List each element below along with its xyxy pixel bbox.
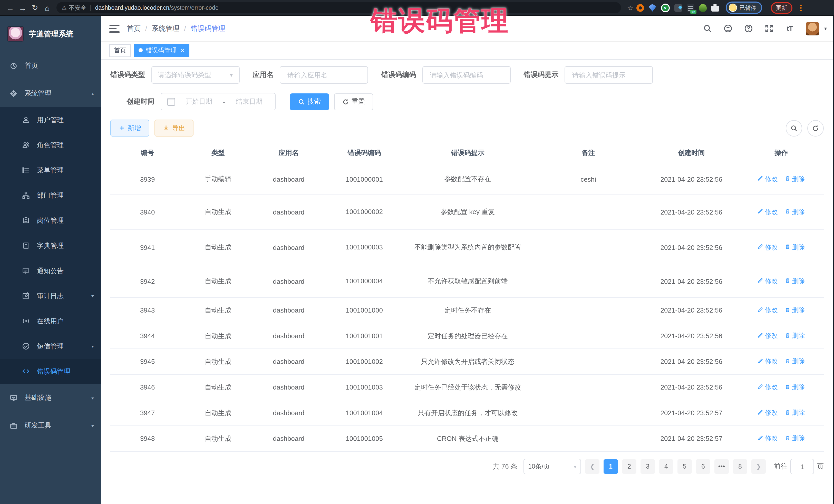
sidebar-item-2[interactable]: 用户管理 [0, 107, 101, 132]
sidebar-item-1[interactable]: 系统管理▴ [0, 80, 101, 107]
browser-forward-icon[interactable]: → [17, 2, 29, 14]
help-icon[interactable] [744, 24, 753, 33]
delete-link[interactable]: 删除 [785, 434, 805, 443]
error-hint-input[interactable] [571, 70, 646, 79]
browser-profile-button[interactable]: 已暂停 [725, 2, 762, 14]
breadcrumb-current: 错误码管理 [191, 24, 225, 33]
page-button-6[interactable]: 6 [696, 459, 710, 474]
edit-link[interactable]: 修改 [758, 332, 778, 340]
refresh-button[interactable] [807, 120, 824, 136]
browser-back-icon[interactable]: ← [4, 2, 17, 14]
browser-menu-icon[interactable] [800, 4, 802, 11]
sidebar-item-4[interactable]: 菜单管理 [0, 158, 101, 183]
more-pages-button[interactable]: ••• [715, 459, 729, 474]
sidebar-item-11[interactable]: 短信管理▾ [0, 334, 101, 359]
extension-green-check-icon[interactable]: v [661, 3, 670, 12]
sidebar-item-3[interactable]: 角色管理 [0, 132, 101, 158]
extension-switch-icon[interactable]: on [686, 4, 694, 12]
delete-link[interactable]: 删除 [785, 175, 805, 183]
cell-type: 自动生成 [184, 230, 251, 265]
sidebar-item-13[interactable]: 基础设施▾ [0, 384, 101, 412]
delete-link[interactable]: 删除 [785, 277, 805, 286]
edit-link[interactable]: 修改 [758, 207, 778, 216]
extension-key-icon[interactable] [699, 4, 706, 12]
breadcrumb-system[interactable]: 系统管理 [152, 24, 180, 33]
delete-link[interactable]: 删除 [785, 306, 805, 314]
delete-link[interactable]: 删除 [785, 332, 805, 340]
page-size-select[interactable]: 10条/页 ▾ [524, 459, 581, 474]
user-avatar[interactable] [806, 22, 819, 35]
delete-link[interactable]: 删除 [785, 207, 805, 216]
sidebar-item-0[interactable]: 首页 [0, 52, 101, 80]
tab-error-code[interactable]: 错误码管理 ✕ [134, 44, 190, 57]
page-button-5[interactable]: 5 [678, 459, 692, 474]
date-range-picker[interactable]: 开始日期 - 结束日期 [161, 93, 276, 110]
delete-link[interactable]: 删除 [785, 243, 805, 252]
delete-icon [785, 244, 790, 251]
cell-app: dashboard [251, 400, 326, 426]
chevron-down-icon[interactable]: ▾ [824, 26, 827, 31]
add-button[interactable]: 新增 [110, 119, 149, 136]
sidebar-item-10[interactable]: 在线用户 [0, 308, 101, 334]
cell-remark [533, 400, 644, 426]
not-secure-warning-icon: ⚠ [62, 4, 67, 11]
edit-link[interactable]: 修改 [758, 357, 778, 366]
page-button-2[interactable]: 2 [622, 459, 636, 474]
font-size-icon[interactable]: tT [785, 24, 794, 33]
edit-link[interactable]: 修改 [758, 409, 778, 417]
edit-link[interactable]: 修改 [758, 306, 778, 314]
delete-link[interactable]: 删除 [785, 409, 805, 417]
delete-link[interactable]: 删除 [785, 357, 805, 366]
sidebar-item-label: 菜单管理 [37, 166, 94, 175]
edit-link[interactable]: 修改 [758, 277, 778, 286]
cell-id: 3942 [110, 265, 184, 298]
bookmark-star-icon[interactable]: ☆ [627, 4, 633, 12]
address-bar[interactable]: ⚠ 不安全 dashboard.yudao.iocoder.cn/system/… [57, 2, 621, 13]
collapse-sidebar-icon[interactable] [109, 24, 119, 32]
delete-link[interactable]: 删除 [785, 383, 805, 392]
sidebar-logo[interactable]: 芋道管理系统 [0, 16, 101, 52]
browser-update-button[interactable]: 更新 [771, 2, 792, 14]
search-button[interactable]: 搜索 [290, 93, 329, 110]
show-search-toggle-button[interactable] [786, 120, 802, 136]
page-button-1[interactable]: 1 [603, 459, 618, 474]
browser-reload-icon[interactable]: ↻ [29, 2, 41, 14]
browser-home-icon[interactable]: ⌂ [41, 2, 53, 14]
sidebar-item-6[interactable]: 岗位管理 [0, 208, 101, 233]
extension-gem-icon[interactable] [649, 4, 656, 12]
reset-button[interactable]: 重置 [334, 93, 373, 110]
edit-link[interactable]: 修改 [758, 175, 778, 183]
prev-page-button[interactable]: ❮ [585, 459, 599, 474]
edit-link[interactable]: 修改 [758, 434, 778, 443]
page-button-3[interactable]: 3 [640, 459, 655, 474]
extension-grid-icon[interactable] [674, 4, 682, 12]
search-icon[interactable] [703, 24, 712, 33]
extension-orange-icon[interactable] [636, 4, 644, 12]
cell-hint: 参数配置不存在 [403, 164, 533, 194]
next-page-button[interactable]: ❯ [751, 459, 766, 474]
page-button-8[interactable]: 8 [733, 459, 747, 474]
sidebar-item-12[interactable]: 错误码管理 [0, 359, 101, 384]
edit-link[interactable]: 修改 [758, 243, 778, 252]
breadcrumb-home[interactable]: 首页 [127, 24, 140, 33]
sidebar-item-14[interactable]: 研发工具▾ [0, 412, 101, 439]
table-row: 3947 自动生成 dashboard 1001001004 只有开启状态的任务… [110, 400, 824, 426]
extensions-puzzle-icon[interactable] [711, 4, 719, 12]
sidebar-item-9[interactable]: 审计日志▾ [0, 283, 101, 308]
tab-home[interactable]: 首页 [109, 44, 131, 57]
page-button-4[interactable]: 4 [659, 459, 673, 474]
fullscreen-icon[interactable] [765, 24, 774, 33]
sidebar-item-5[interactable]: 部门管理 [0, 183, 101, 208]
edit-link[interactable]: 修改 [758, 383, 778, 392]
error-code-input[interactable] [429, 70, 504, 79]
post-badge-icon [22, 216, 30, 224]
app-name-input[interactable] [286, 70, 361, 79]
column-header-6: 创建时间 [644, 142, 739, 164]
export-button[interactable]: 导出 [154, 119, 194, 136]
close-tab-icon[interactable]: ✕ [180, 47, 185, 53]
goto-page-input[interactable]: 1 [790, 459, 814, 474]
sidebar-item-8[interactable]: 通知公告 [0, 258, 101, 283]
error-type-select[interactable]: 请选择错误码类型 ▾ [151, 66, 239, 84]
sidebar-item-7[interactable]: 字典管理 [0, 233, 101, 258]
github-icon[interactable] [724, 24, 733, 33]
